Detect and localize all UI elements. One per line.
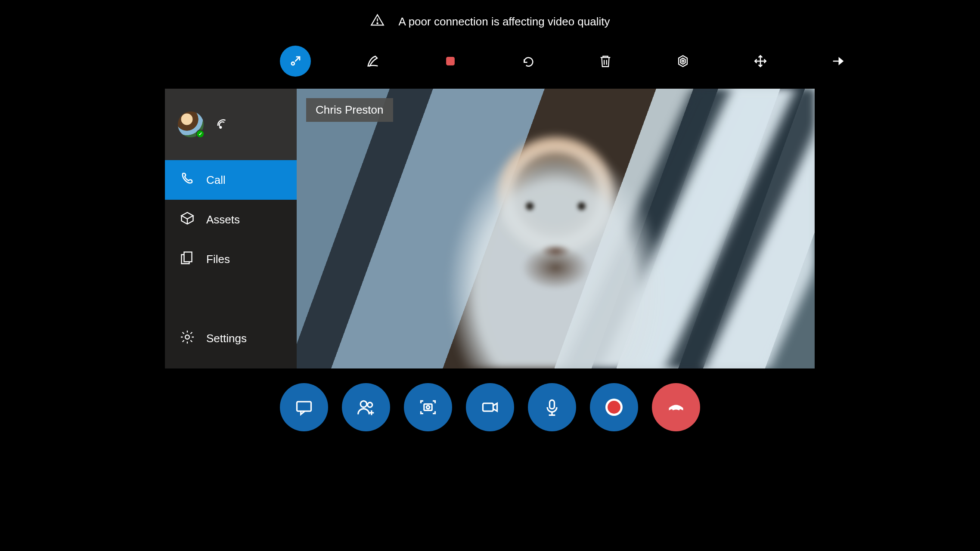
record-icon <box>608 401 620 414</box>
video-button[interactable] <box>466 383 514 431</box>
delete-tool[interactable] <box>590 46 621 77</box>
sidebar-item-files[interactable]: Files <box>165 239 297 279</box>
svg-point-13 <box>360 401 367 407</box>
svg-point-8 <box>682 60 684 62</box>
expand-tool[interactable] <box>745 46 776 77</box>
svg-point-2 <box>292 62 295 65</box>
connection-warning: A poor connection is affecting video qua… <box>370 13 610 31</box>
files-icon <box>180 250 195 269</box>
focus-tool[interactable] <box>667 46 698 77</box>
sidebar-item-label: Assets <box>206 213 240 226</box>
svg-marker-6 <box>679 56 687 67</box>
svg-point-14 <box>368 402 372 407</box>
sidebar: Call Assets Files Settings <box>165 89 297 368</box>
svg-rect-17 <box>483 403 493 411</box>
wifi-icon <box>216 117 229 132</box>
undo-tool[interactable] <box>512 46 543 77</box>
avatar[interactable] <box>178 111 204 137</box>
remote-video: Chris Preston <box>297 89 815 368</box>
gear-icon <box>180 329 195 348</box>
call-controls <box>280 383 700 431</box>
end-call-button[interactable] <box>652 383 700 431</box>
sidebar-item-assets[interactable]: Assets <box>165 200 297 239</box>
svg-rect-18 <box>550 400 555 409</box>
pointer-tool[interactable] <box>280 46 311 77</box>
add-participants-button[interactable] <box>342 383 390 431</box>
svg-rect-12 <box>297 402 311 411</box>
warning-icon <box>370 13 385 31</box>
snapshot-button[interactable] <box>404 383 452 431</box>
svg-point-11 <box>185 335 189 339</box>
sidebar-item-label: Call <box>206 173 226 187</box>
video-region: Call Assets Files Settings <box>165 89 815 368</box>
annotation-toolbar <box>280 46 853 77</box>
stop-record-tool[interactable] <box>435 46 466 77</box>
sidebar-item-label: Settings <box>206 332 247 345</box>
sidebar-header <box>165 89 297 160</box>
presence-available-icon <box>196 130 205 138</box>
svg-point-1 <box>377 23 378 24</box>
record-button[interactable] <box>590 383 638 431</box>
phone-icon <box>180 171 195 189</box>
sidebar-item-call[interactable]: Call <box>165 160 297 200</box>
sidebar-item-label: Files <box>206 253 230 266</box>
svg-rect-3 <box>446 57 455 65</box>
box-icon <box>180 210 195 229</box>
pin-tool[interactable] <box>822 46 853 77</box>
draw-tool[interactable] <box>357 46 388 77</box>
mic-button[interactable] <box>528 383 576 431</box>
chat-button[interactable] <box>280 383 328 431</box>
svg-rect-10 <box>184 252 192 262</box>
svg-point-16 <box>426 406 429 409</box>
warning-text: A poor connection is affecting video qua… <box>399 15 610 28</box>
participant-name-tag: Chris Preston <box>306 98 393 122</box>
svg-marker-7 <box>680 58 685 64</box>
sidebar-item-settings[interactable]: Settings <box>165 319 297 358</box>
svg-point-9 <box>220 127 221 128</box>
sidebar-nav: Call Assets Files Settings <box>165 160 297 368</box>
